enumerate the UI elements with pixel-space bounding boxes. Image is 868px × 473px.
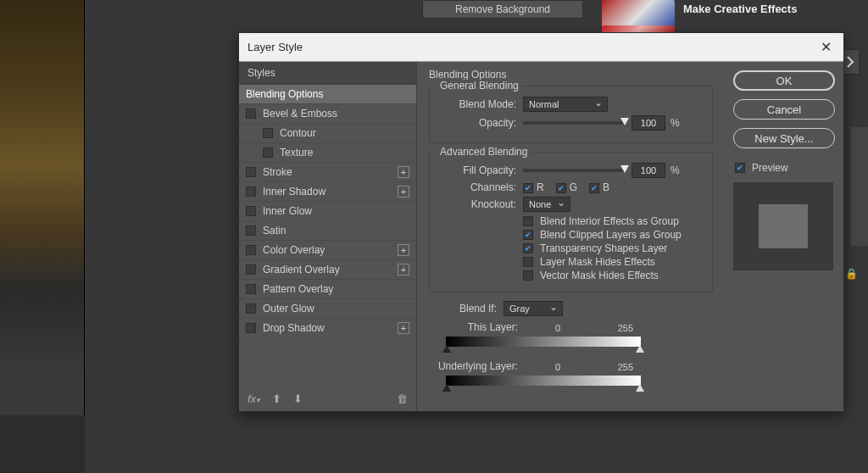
add-effect-icon[interactable]: + <box>398 244 409 256</box>
style-item-drop-shadow[interactable]: Drop Shadow+ <box>239 319 416 338</box>
style-item-label: Pattern Overlay <box>263 283 409 295</box>
dialog-titlebar[interactable]: Layer Style ✕ <box>239 33 843 62</box>
adv-flag-label: Transparency Shapes Layer <box>540 242 667 254</box>
style-item-label: Satin <box>263 225 409 236</box>
blend-mode-label: Blend Mode: <box>438 98 516 110</box>
underlying-layer-label: Underlying Layer: <box>429 360 526 372</box>
adv-flag-checkbox[interactable] <box>523 230 533 240</box>
style-item-label: Outer Glow <box>263 303 409 314</box>
style-checkbox[interactable] <box>263 147 273 158</box>
discover-card-title: Make Creative Effects <box>680 0 856 32</box>
blendif-select[interactable]: Gray <box>504 301 563 316</box>
adv-flag-row: Vector Mask Hides Effects <box>523 270 704 281</box>
style-item-label: Gradient Overlay <box>263 264 398 275</box>
preview-checkbox[interactable] <box>735 163 745 173</box>
style-item-bevel-emboss[interactable]: Bevel & Emboss <box>239 104 416 124</box>
dialog-title: Layer Style <box>248 41 303 53</box>
arrow-up-icon[interactable]: ⬆ <box>272 392 281 405</box>
adv-flag-checkbox[interactable] <box>523 243 533 253</box>
trash-icon[interactable]: 🗑 <box>397 392 408 405</box>
blend-mode-select[interactable]: Normal <box>523 97 608 112</box>
style-item-label: Blending Options <box>246 88 409 100</box>
remove-background-button[interactable]: Remove Background <box>422 0 583 19</box>
adv-flag-checkbox[interactable] <box>523 270 533 281</box>
fill-opacity-label: Fill Opacity: <box>438 164 516 176</box>
under-layer-hi: 255 <box>618 362 633 372</box>
cancel-button[interactable]: Cancel <box>733 99 835 120</box>
style-item-gradient-overlay[interactable]: Gradient Overlay+ <box>239 260 416 280</box>
style-checkbox[interactable] <box>246 109 256 119</box>
style-checkbox[interactable] <box>246 225 256 236</box>
underlying-layer-gradient[interactable] <box>446 376 641 386</box>
ok-button[interactable]: OK <box>733 70 835 91</box>
preview-label: Preview <box>752 162 788 174</box>
style-item-outer-glow[interactable]: Outer Glow <box>239 299 416 319</box>
fill-opacity-input[interactable]: 100 <box>632 163 665 178</box>
underlying-layer-markers[interactable] <box>446 386 641 394</box>
style-item-texture[interactable]: Texture <box>239 143 416 163</box>
style-item-label: Drop Shadow <box>263 322 398 334</box>
this-layer-gradient[interactable] <box>446 337 641 347</box>
style-item-label: Contour <box>280 127 409 139</box>
adv-flag-checkbox[interactable] <box>523 257 533 267</box>
this-layer-hi: 255 <box>618 323 633 333</box>
close-icon[interactable]: ✕ <box>817 39 835 55</box>
new-style-button[interactable]: New Style... <box>733 128 835 148</box>
preview-swatch <box>733 182 833 270</box>
add-effect-icon[interactable]: + <box>398 264 409 275</box>
this-layer-markers[interactable] <box>446 347 641 355</box>
advanced-blending-legend: Advanced Blending <box>437 146 531 158</box>
style-item-satin[interactable]: Satin <box>239 221 416 241</box>
channel-g-checkbox[interactable] <box>556 183 566 193</box>
style-checkbox[interactable] <box>246 264 256 275</box>
adv-flag-row: Layer Mask Hides Effects <box>523 256 704 268</box>
adv-flag-row: Blend Clipped Layers as Group <box>523 229 704 241</box>
fill-opacity-slider[interactable] <box>523 169 625 172</box>
document-canvas <box>0 0 85 415</box>
add-effect-icon[interactable]: + <box>398 322 409 334</box>
adv-flag-label: Vector Mask Hides Effects <box>540 270 659 281</box>
style-item-label: Bevel & Emboss <box>263 108 409 120</box>
style-item-contour[interactable]: Contour <box>239 124 416 143</box>
under-layer-lo: 0 <box>555 362 560 372</box>
adv-flag-row: Transparency Shapes Layer <box>523 242 704 254</box>
channel-r-checkbox[interactable] <box>523 183 533 193</box>
adv-flag-label: Blend Interior Effects as Group <box>540 215 679 227</box>
general-blending-legend: General Blending <box>437 80 522 92</box>
opacity-label: Opacity: <box>438 117 516 129</box>
right-panel-strip <box>849 127 868 246</box>
knockout-select[interactable]: None <box>523 197 570 212</box>
general-blending-group: General Blending Blend Mode: Normal Opac… <box>429 86 713 143</box>
style-item-blending-options[interactable]: Blending Options <box>239 85 416 104</box>
arrow-down-icon[interactable]: ⬇ <box>293 392 303 405</box>
style-item-inner-shadow[interactable]: Inner Shadow+ <box>239 182 416 202</box>
style-item-label: Color Overlay <box>263 244 398 256</box>
style-checkbox[interactable] <box>246 206 256 216</box>
style-checkbox[interactable] <box>246 284 256 294</box>
adv-flag-label: Layer Mask Hides Effects <box>540 256 655 268</box>
style-item-label: Inner Shadow <box>263 186 398 198</box>
advanced-blending-group: Advanced Blending Fill Opacity: 100 % Ch… <box>429 152 713 292</box>
opacity-slider[interactable] <box>523 121 625 125</box>
fx-icon[interactable]: fx▾ <box>248 392 260 405</box>
add-effect-icon[interactable]: + <box>398 186 409 198</box>
this-layer-label: This Layer: <box>429 321 526 333</box>
style-item-pattern-overlay[interactable]: Pattern Overlay <box>239 280 416 299</box>
style-item-stroke[interactable]: Stroke+ <box>239 163 416 182</box>
style-checkbox[interactable] <box>246 323 256 333</box>
adv-flag-checkbox[interactable] <box>523 216 533 226</box>
style-checkbox[interactable] <box>246 186 256 197</box>
style-checkbox[interactable] <box>263 128 273 138</box>
style-checkbox[interactable] <box>246 167 256 177</box>
add-effect-icon[interactable]: + <box>398 166 409 178</box>
lock-icon: 🔒 <box>845 268 858 280</box>
opacity-input[interactable]: 100 <box>632 115 665 131</box>
style-item-inner-glow[interactable]: Inner Glow <box>239 202 416 221</box>
style-checkbox[interactable] <box>246 245 256 255</box>
style-checkbox[interactable] <box>246 303 256 314</box>
panel-title: Blending Options <box>429 69 713 81</box>
layer-style-dialog: Layer Style ✕ Styles Blending OptionsBev… <box>238 32 844 412</box>
style-item-color-overlay[interactable]: Color Overlay+ <box>239 241 416 260</box>
style-item-label: Texture <box>280 147 409 159</box>
channel-b-checkbox[interactable] <box>589 183 599 193</box>
